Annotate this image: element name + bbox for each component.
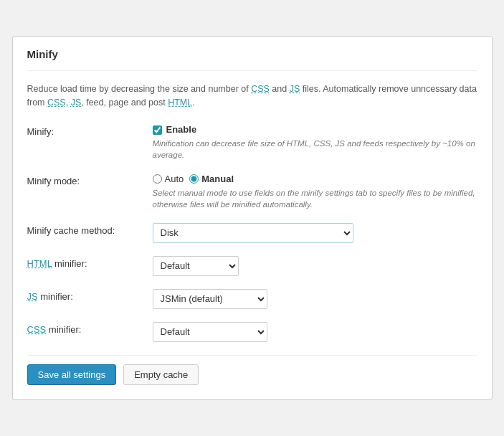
css-link-2[interactable]: CSS <box>47 98 66 108</box>
mode-auto-radio[interactable] <box>153 174 162 184</box>
empty-cache-button[interactable]: Empty cache <box>123 364 199 385</box>
minify-cache-method-row: Minify cache method: Disk Database Memca… <box>27 223 477 243</box>
minify-cache-method-label: Minify cache method: <box>27 223 153 236</box>
cache-method-select[interactable]: Disk Database Memcache APC <box>153 223 353 243</box>
minify-enable-hint: Minification can decrease file size of H… <box>153 138 477 161</box>
minify-mode-control: Auto Manual Select manual mode to use fi… <box>153 174 477 210</box>
divider <box>27 70 477 71</box>
html-link-1[interactable]: HTML <box>168 98 192 108</box>
minify-mode-hint: Select manual mode to use fields on the … <box>153 187 477 210</box>
minify-mode-label: Minify mode: <box>27 174 153 186</box>
js-minifier-row: JS minifier: JSMin (default) Closure Com… <box>27 289 477 309</box>
minify-mode-row: Minify mode: Auto Manual Select manual m… <box>27 174 477 210</box>
js-link-2[interactable]: JS <box>71 98 82 108</box>
js-minifier-link[interactable]: JS <box>27 291 38 302</box>
minify-enable-row: Minify: Enable Minification can decrease… <box>27 124 477 161</box>
minify-mode-radio-row: Auto Manual <box>153 174 477 184</box>
js-minifier-label: JS minifier: <box>27 289 153 302</box>
html-minifier-link[interactable]: HTML <box>27 258 52 269</box>
mode-manual-label[interactable]: Manual <box>189 174 234 184</box>
css-minifier-control: Default CSSMin YUI Compressor None <box>153 322 477 342</box>
minify-cache-method-control: Disk Database Memcache APC <box>153 223 477 243</box>
css-minifier-row: CSS minifier: Default CSSMin YUI Compres… <box>27 322 477 342</box>
mode-manual-text: Manual <box>201 174 234 184</box>
description: Reduce load time by decreasing the size … <box>27 82 477 110</box>
enable-minify-checkbox[interactable] <box>153 125 162 135</box>
mode-manual-radio[interactable] <box>189 174 199 184</box>
js-minifier-select[interactable]: JSMin (default) Closure Compiler YUI Com… <box>153 289 267 309</box>
mode-auto-text: Auto <box>165 174 184 184</box>
minify-enable-control: Enable Minification can decrease file si… <box>153 124 477 161</box>
html-minifier-select[interactable]: Default HTMLTidy None <box>153 256 239 276</box>
panel-title: Minify <box>27 48 477 60</box>
save-all-settings-button[interactable]: Save all settings <box>27 364 117 385</box>
enable-minify-checkbox-label[interactable]: Enable <box>166 124 197 135</box>
css-minifier-select[interactable]: Default CSSMin YUI Compressor None <box>153 322 267 342</box>
html-minifier-label: HTML minifier: <box>27 256 153 269</box>
minify-enable-label: Minify: <box>27 124 153 137</box>
css-minifier-label: CSS minifier: <box>27 322 153 335</box>
enable-checkbox-row: Enable <box>153 124 477 135</box>
html-minifier-control: Default HTMLTidy None <box>153 256 477 276</box>
css-link-1[interactable]: CSS <box>251 84 270 94</box>
js-minifier-control: JSMin (default) Closure Compiler YUI Com… <box>153 289 477 309</box>
js-link-1[interactable]: JS <box>290 84 300 94</box>
mode-auto-label[interactable]: Auto <box>153 174 184 184</box>
footer-buttons: Save all settings Empty cache <box>27 355 477 385</box>
html-minifier-row: HTML minifier: Default HTMLTidy None <box>27 256 477 276</box>
css-minifier-link[interactable]: CSS <box>27 324 47 335</box>
minify-panel: Minify Reduce load time by decreasing th… <box>12 36 493 400</box>
